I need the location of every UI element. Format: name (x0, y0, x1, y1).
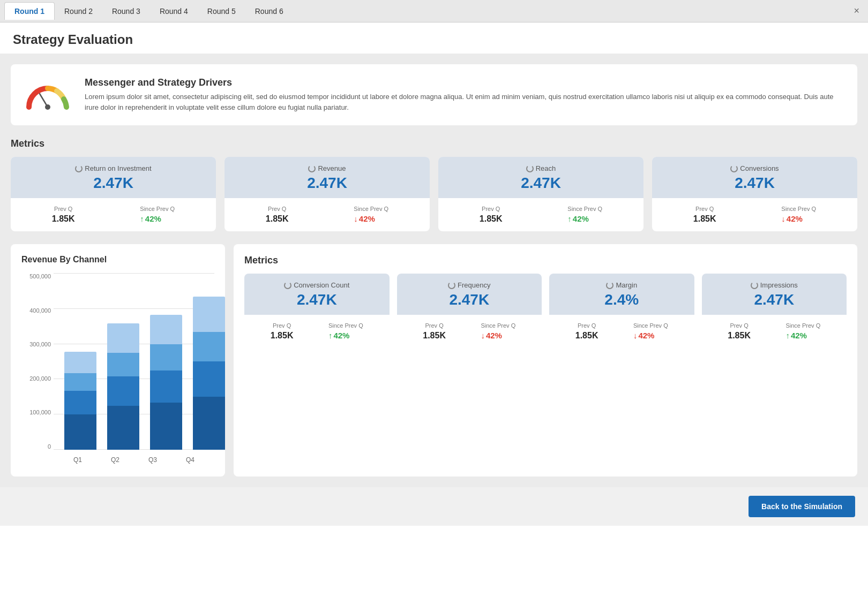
metric-label-roi: Return on Investment (85, 164, 151, 172)
since-prev-q-value-reach: 42% (567, 214, 602, 223)
metric-value-impressions: 2.47K (754, 291, 794, 308)
refresh-icon-reach (526, 165, 534, 172)
metric-label-impressions: Impressions (760, 281, 798, 289)
metric-card-reach: Reach 2.47K Prev Q 1.85K Since Prev Q 42… (438, 157, 643, 231)
metric-card-impressions: Impressions 2.47K Prev Q 1.85K Since Pre… (702, 274, 847, 348)
since-prev-q-value-conversions: 42% (781, 214, 816, 223)
metric-label-revenue: Revenue (318, 164, 346, 172)
since-prev-q-label-roi: Since Prev Q (140, 206, 175, 212)
refresh-icon-roi (75, 165, 83, 172)
metric-value-conversion-count: 2.47K (297, 291, 337, 308)
prev-q-label-roi: Prev Q (52, 206, 75, 212)
x-label-q4: Q4 (177, 456, 204, 464)
prev-q-value-reach: 1.85K (480, 214, 503, 224)
prev-q-label-reach: Prev Q (480, 206, 503, 212)
messenger-description: Lorem ipsum dolor sit amet, consectetur … (85, 92, 844, 112)
metric-card-margin: Margin 2.4% Prev Q 1.85K Since Prev Q (549, 274, 694, 348)
metric-value-frequency: 2.47K (449, 291, 489, 308)
refresh-icon-conversion-count (284, 282, 291, 289)
svg-line-1 (40, 94, 48, 107)
revenue-chart-card: Revenue By Channel 500,000 400,000 300,0… (11, 244, 225, 476)
refresh-icon-impressions (751, 282, 758, 289)
metric-value-roi: 2.47K (93, 175, 133, 192)
metric-value-revenue: 2.47K (307, 175, 347, 192)
metrics2-grid: Conversion Count 2.47K Prev Q 1.85K Sinc… (244, 274, 847, 348)
metric-card-conversion-count: Conversion Count 2.47K Prev Q 1.85K Sinc… (244, 274, 390, 348)
since-prev-q-label-revenue: Since Prev Q (354, 206, 388, 212)
gauge-icon (24, 80, 72, 110)
refresh-icon-frequency (448, 282, 455, 289)
metric-label-reach: Reach (536, 164, 556, 172)
tab-round-6[interactable]: Round 6 (245, 3, 293, 20)
metric-card-roi: Return on Investment 2.47K Prev Q 1.85K … (11, 157, 216, 231)
main-content: Messenger and Strategy Drivers Lorem ips… (0, 54, 868, 487)
since-prev-q-label-conversions: Since Prev Q (781, 206, 816, 212)
metric-card-frequency: Frequency 2.47K Prev Q 1.85K Since Prev … (397, 274, 542, 348)
close-button[interactable]: × (849, 3, 864, 19)
right-metrics-card: Metrics Conversion Count 2.47K (234, 244, 857, 476)
tab-round-4[interactable]: Round 4 (150, 3, 198, 20)
metrics2-section-title: Metrics (244, 255, 847, 266)
metric-value-reach: 2.47K (521, 175, 561, 192)
metrics-grid: Return on Investment 2.47K Prev Q 1.85K … (11, 157, 857, 231)
metrics-section-title: Metrics (11, 138, 857, 149)
metric-value-conversions: 2.47K (735, 175, 775, 192)
page-title: Strategy Evaluation (0, 22, 868, 54)
tab-round-2[interactable]: Round 2 (55, 3, 102, 20)
prev-q-label-conversions: Prev Q (693, 206, 716, 212)
messenger-card: Messenger and Strategy Drivers Lorem ips… (11, 64, 857, 125)
metric-label-frequency: Frequency (458, 281, 490, 289)
refresh-icon-conversions (730, 165, 738, 172)
since-prev-q-value-revenue: 42% (354, 214, 388, 223)
prev-q-value-revenue: 1.85K (266, 214, 289, 224)
prev-q-value-roi: 1.85K (52, 214, 75, 224)
messenger-text: Messenger and Strategy Drivers Lorem ips… (85, 77, 844, 112)
x-label-q3: Q3 (139, 456, 166, 464)
since-prev-q-value-roi: 42% (140, 214, 175, 223)
back-button-container: Back to the Simulation (0, 487, 868, 526)
chart-title: Revenue By Channel (21, 255, 214, 264)
prev-q-value-conversions: 1.85K (693, 214, 716, 224)
metric-card-revenue: Revenue 2.47K Prev Q 1.85K Since Prev Q … (225, 157, 430, 231)
tab-round-5[interactable]: Round 5 (198, 3, 245, 20)
metric-label-conversions: Conversions (740, 164, 779, 172)
x-label-q1: Q1 (64, 456, 91, 464)
back-to-simulation-button[interactable]: Back to the Simulation (749, 496, 855, 517)
x-label-q2: Q2 (102, 456, 129, 464)
metric-label-conversion-count: Conversion Count (294, 281, 349, 289)
metric-value-margin: 2.4% (604, 291, 639, 308)
messenger-title: Messenger and Strategy Drivers (85, 77, 844, 88)
metric-label-margin: Margin (616, 281, 637, 289)
metrics-section: Metrics Return on Investment 2.47K Prev … (11, 138, 857, 231)
metric-card-conversions: Conversions 2.47K Prev Q 1.85K Since Pre… (652, 157, 857, 231)
tab-bar: Round 1 Round 2 Round 3 Round 4 Round 5 … (0, 0, 868, 22)
prev-q-label-revenue: Prev Q (266, 206, 289, 212)
since-prev-q-label-reach: Since Prev Q (567, 206, 602, 212)
bottom-section: Revenue By Channel 500,000 400,000 300,0… (11, 244, 857, 476)
tab-round-3[interactable]: Round 3 (102, 3, 150, 20)
refresh-icon-revenue (308, 165, 316, 172)
chart-y-axis: 500,000 400,000 300,000 200,000 100,000 … (21, 273, 51, 450)
refresh-icon-margin (606, 282, 613, 289)
tab-round-1[interactable]: Round 1 (4, 2, 55, 20)
